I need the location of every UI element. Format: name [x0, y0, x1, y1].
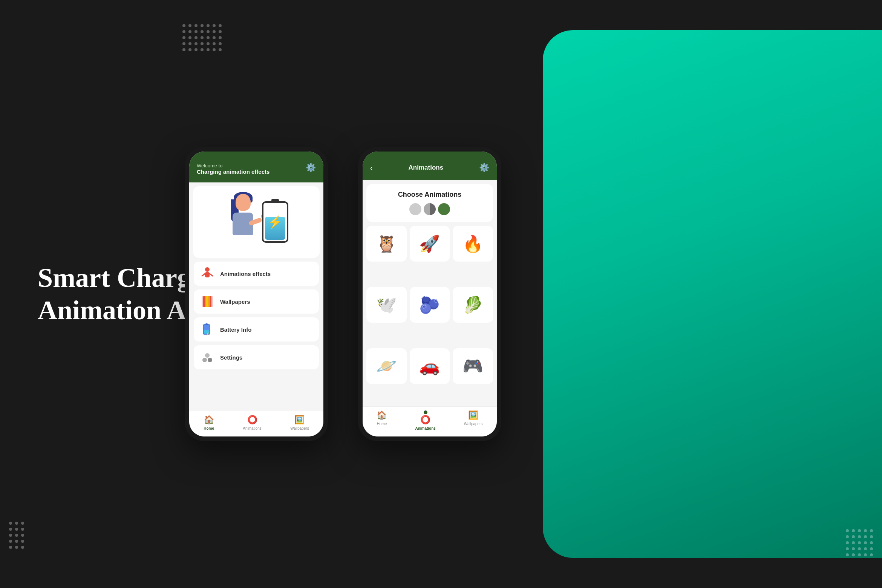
svg-line-2 [202, 274, 205, 276]
flame-icon: 🔥 [462, 234, 483, 254]
right-home-nav-icon: 🏠 [377, 410, 387, 420]
anim-cell-gamepad[interactable]: 🎮 [453, 348, 493, 384]
owl-icon: 🦉 [376, 234, 397, 254]
rocket-icon: 🚀 [419, 234, 440, 254]
nav-wallpapers[interactable]: 🖼️ Wallpapers [290, 415, 309, 430]
svg-rect-7 [206, 296, 208, 307]
menu-item-battery-label: Battery Info [220, 326, 251, 333]
app-name-label: Charging animation effects [197, 168, 270, 175]
anim-cell-owl[interactable]: 🦉 [366, 226, 407, 262]
left-phone: Welcome to Charging animation effects ⚙️ [185, 147, 328, 441]
toggle-group [373, 203, 486, 215]
svg-point-0 [205, 267, 210, 272]
battery-lightning: ⚡ [268, 215, 283, 229]
right-wallpapers-nav-label: Wallpapers [464, 422, 483, 426]
choose-animations-card: Choose Animations [366, 184, 493, 222]
svg-rect-9 [205, 323, 208, 325]
person-head [236, 194, 251, 211]
anim-cell-flame[interactable]: 🔥 [453, 226, 493, 262]
choose-anim-title: Choose Animations [373, 191, 486, 199]
hero-battery: ⚡ [262, 201, 288, 243]
dot-grid-top [181, 23, 223, 53]
wallpapers-nav-icon: 🖼️ [294, 415, 305, 425]
bg-green-shape [543, 30, 882, 558]
right-animations-nav-icon: ⭕ [420, 415, 430, 425]
dot-grid-bottom-left [8, 520, 26, 550]
svg-text:⚡: ⚡ [206, 332, 210, 336]
right-animations-nav-label: Animations [415, 426, 435, 430]
menu-item-battery[interactable]: ⚡ Battery Info [194, 317, 319, 341]
menu-item-animations-label: Animations effects [220, 271, 271, 277]
right-nav-animations[interactable]: ⭕ Animations [415, 410, 435, 430]
anim-cell-car[interactable]: 🚗 [410, 348, 450, 384]
gamepad-icon: 🎮 [462, 356, 483, 376]
menu-item-animations[interactable]: Animations effects [194, 262, 319, 286]
battery-icon: ⚡ [200, 322, 215, 337]
svg-line-3 [210, 274, 213, 276]
right-phone-screen: ‹ Animations ⚙️ Choose Animations 🦉 [363, 152, 497, 436]
settings-icon[interactable]: ⚙️ [306, 163, 316, 173]
right-home-nav-label: Home [377, 422, 387, 426]
home-nav-label: Home [204, 426, 214, 430]
plant-icon: 🥬 [462, 295, 483, 315]
svg-point-13 [208, 358, 212, 362]
toggle-circle-1[interactable] [409, 203, 421, 215]
animations-nav-icon: ⭕ [247, 415, 257, 425]
anim-settings-icon[interactable]: ⚙️ [479, 163, 489, 173]
menu-item-settings[interactable]: Settings [194, 345, 319, 369]
planet-icon: 🪐 [376, 356, 397, 376]
wallpapers-icon [200, 294, 215, 309]
anim-cell-rocket[interactable]: 🚀 [410, 226, 450, 262]
hero-person [224, 194, 262, 250]
menu-item-wallpapers-label: Wallpapers [220, 299, 250, 305]
right-bottom-nav: 🏠 Home ⭕ Animations 🖼️ Wallpapers [363, 406, 497, 436]
anim-header: ‹ Animations ⚙️ [363, 152, 497, 180]
animations-icon [200, 266, 215, 281]
toggle-circle-3[interactable] [438, 203, 450, 215]
left-phone-frame: Welcome to Charging animation effects ⚙️ [185, 147, 328, 441]
home-header-text: Welcome to Charging animation effects [197, 163, 270, 175]
right-phone: ‹ Animations ⚙️ Choose Animations 🦉 [358, 147, 501, 441]
bird-icon: 🕊️ [376, 295, 397, 315]
anim-cell-planet[interactable]: 🪐 [366, 348, 407, 384]
welcome-label: Welcome to [197, 163, 270, 168]
settings-menu-icon [200, 350, 215, 365]
nav-home[interactable]: 🏠 Home [204, 415, 214, 430]
menu-item-settings-label: Settings [220, 354, 242, 361]
home-nav-icon: 🏠 [204, 415, 214, 425]
menu-item-wallpapers[interactable]: Wallpapers [194, 289, 319, 314]
animations-nav-label: Animations [243, 426, 261, 430]
anim-cell-bird[interactable]: 🕊️ [366, 287, 407, 323]
hero-banner: ⚡ [193, 186, 320, 258]
wallpapers-nav-label: Wallpapers [290, 426, 309, 430]
car-icon: 🚗 [419, 356, 440, 376]
back-button[interactable]: ‹ [370, 164, 373, 172]
toggle-circle-2[interactable] [424, 203, 436, 215]
menu-list: Animations effects Wallpapers [189, 262, 323, 411]
left-phone-screen: Welcome to Charging animation effects ⚙️ [189, 152, 323, 436]
dot-grid-bottom-right [844, 528, 874, 558]
svg-rect-1 [205, 272, 210, 277]
anim-cell-plant[interactable]: 🥬 [453, 287, 493, 323]
left-bottom-nav: 🏠 Home ⭕ Animations 🖼️ Wallpapers [189, 411, 323, 436]
svg-point-12 [202, 358, 207, 362]
anim-nav-dot [424, 410, 427, 414]
right-nav-home[interactable]: 🏠 Home [377, 410, 387, 430]
nav-animations[interactable]: ⭕ Animations [243, 415, 261, 430]
anim-header-title: Animations [409, 164, 444, 172]
right-phone-frame: ‹ Animations ⚙️ Choose Animations 🦉 [358, 147, 501, 441]
right-nav-wallpapers[interactable]: 🖼️ Wallpapers [464, 410, 483, 430]
animation-grid: 🦉 🚀 🔥 🕊️ 🫐 🥬 🪐 [363, 226, 497, 406]
right-wallpapers-nav-icon: 🖼️ [468, 410, 478, 420]
home-header: Welcome to Charging animation effects ⚙️ [189, 152, 323, 182]
svg-point-14 [205, 353, 210, 358]
blob-icon: 🫐 [419, 295, 440, 315]
anim-cell-blob[interactable]: 🫐 [410, 287, 450, 323]
